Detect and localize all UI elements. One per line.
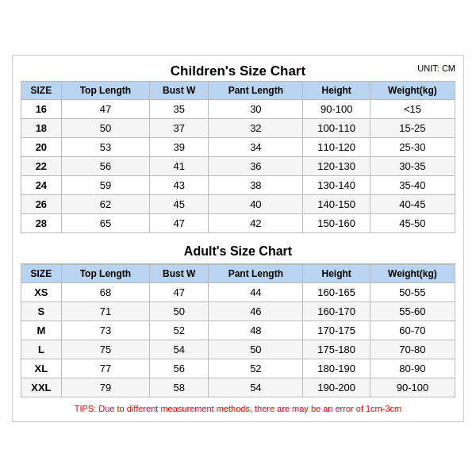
table-cell: 35-40: [370, 175, 455, 194]
table-cell: 65: [61, 213, 149, 232]
table-cell: 52: [209, 359, 303, 378]
table-cell: 50-55: [370, 282, 455, 301]
table-row: 22564136120-13030-35: [21, 156, 455, 175]
table-header-cell: SIZE: [21, 264, 62, 282]
table-row: L755450175-18070-80: [21, 340, 455, 359]
table-cell: 160-170: [303, 301, 370, 321]
table-cell: 150-160: [303, 213, 370, 232]
table-cell: 68: [61, 282, 149, 301]
table-cell: 18: [21, 118, 62, 137]
table-cell: 56: [150, 359, 209, 378]
table-row: 18503732100-11015-25: [21, 118, 455, 137]
table-cell: XS: [21, 282, 62, 301]
table-cell: 45: [150, 194, 209, 213]
table-cell: 140-150: [303, 194, 370, 213]
children-table-header-row: SIZETop LengthBust WPant LengthHeightWei…: [21, 81, 455, 99]
table-cell: 100-110: [303, 118, 370, 137]
table-header-cell: Pant Length: [209, 81, 303, 99]
table-cell: 90-100: [370, 378, 455, 397]
table-cell: 62: [61, 194, 149, 213]
table-header-cell: Bust W: [150, 81, 209, 99]
tips-text: TIPS: Due to different measurement metho…: [21, 404, 455, 413]
table-cell: M: [21, 321, 62, 340]
table-cell: 26: [21, 194, 62, 213]
unit-label: UNIT: CM: [417, 63, 455, 73]
table-cell: XL: [21, 359, 62, 378]
table-cell: 190-200: [303, 378, 370, 397]
table-cell: 28: [21, 213, 62, 232]
table-row: M735248170-17560-70: [21, 321, 455, 340]
children-title-text: Children's Size Chart: [171, 63, 305, 79]
children-section-title: Children's Size Chart UNIT: CM: [21, 63, 455, 79]
table-cell: 47: [61, 99, 149, 118]
table-cell: 22: [21, 156, 62, 175]
table-cell: 46: [209, 301, 303, 321]
table-header-cell: Bust W: [150, 264, 209, 282]
table-cell: L: [21, 340, 62, 359]
table-cell: 50: [150, 301, 209, 321]
table-cell: 120-130: [303, 156, 370, 175]
table-cell: 50: [61, 118, 149, 137]
table-header-cell: Pant Length: [209, 264, 303, 282]
table-cell: 15-25: [370, 118, 455, 137]
table-header-cell: Weight(kg): [370, 264, 455, 282]
table-cell: 30-35: [370, 156, 455, 175]
table-cell: 41: [150, 156, 209, 175]
table-row: 20533934110-12025-30: [21, 137, 455, 156]
table-cell: 40: [209, 194, 303, 213]
table-cell: 48: [209, 321, 303, 340]
table-cell: 30: [209, 99, 303, 118]
table-cell: 36: [209, 156, 303, 175]
table-cell: 39: [150, 137, 209, 156]
table-cell: <15: [370, 99, 455, 118]
table-row: 28654742150-16045-50: [21, 213, 455, 232]
table-cell: 71: [61, 301, 149, 321]
table-cell: 56: [61, 156, 149, 175]
size-chart-container: Children's Size Chart UNIT: CM SIZETop L…: [12, 55, 464, 422]
table-cell: 175-180: [303, 340, 370, 359]
table-cell: 58: [150, 378, 209, 397]
table-row: XL775652180-19080-90: [21, 359, 455, 378]
table-cell: 40-45: [370, 194, 455, 213]
table-cell: 25-30: [370, 137, 455, 156]
table-cell: 77: [61, 359, 149, 378]
table-cell: 54: [209, 378, 303, 397]
table-row: 24594338130-14035-40: [21, 175, 455, 194]
table-cell: 50: [209, 340, 303, 359]
table-cell: 80-90: [370, 359, 455, 378]
table-cell: 45-50: [370, 213, 455, 232]
table-row: 1647353090-100<15: [21, 99, 455, 118]
table-header-cell: Height: [303, 264, 370, 282]
table-cell: 20: [21, 137, 62, 156]
table-cell: 70-80: [370, 340, 455, 359]
table-cell: 130-140: [303, 175, 370, 194]
table-row: XS684744160-16550-55: [21, 282, 455, 301]
table-cell: 52: [150, 321, 209, 340]
table-cell: 180-190: [303, 359, 370, 378]
table-cell: 54: [150, 340, 209, 359]
table-cell: 170-175: [303, 321, 370, 340]
table-cell: 90-100: [303, 99, 370, 118]
table-row: S715046160-17055-60: [21, 301, 455, 321]
table-header-cell: Weight(kg): [370, 81, 455, 99]
adult-section-title: Adult's Size Chart: [21, 240, 455, 264]
table-header-cell: Height: [303, 81, 370, 99]
table-cell: 43: [150, 175, 209, 194]
table-row: 26624540140-15040-45: [21, 194, 455, 213]
table-cell: 160-165: [303, 282, 370, 301]
table-cell: 73: [61, 321, 149, 340]
table-cell: 16: [21, 99, 62, 118]
table-cell: 42: [209, 213, 303, 232]
table-cell: 24: [21, 175, 62, 194]
table-cell: 35: [150, 99, 209, 118]
table-row: XXL795854190-20090-100: [21, 378, 455, 397]
children-size-table: SIZETop LengthBust WPant LengthHeightWei…: [21, 81, 455, 233]
adult-table-header-row: SIZETop LengthBust WPant LengthHeightWei…: [21, 264, 455, 282]
table-cell: 75: [61, 340, 149, 359]
table-cell: 47: [150, 282, 209, 301]
table-cell: 59: [61, 175, 149, 194]
table-cell: 110-120: [303, 137, 370, 156]
table-cell: 38: [209, 175, 303, 194]
table-cell: 55-60: [370, 301, 455, 321]
adult-title-text: Adult's Size Chart: [184, 244, 292, 258]
